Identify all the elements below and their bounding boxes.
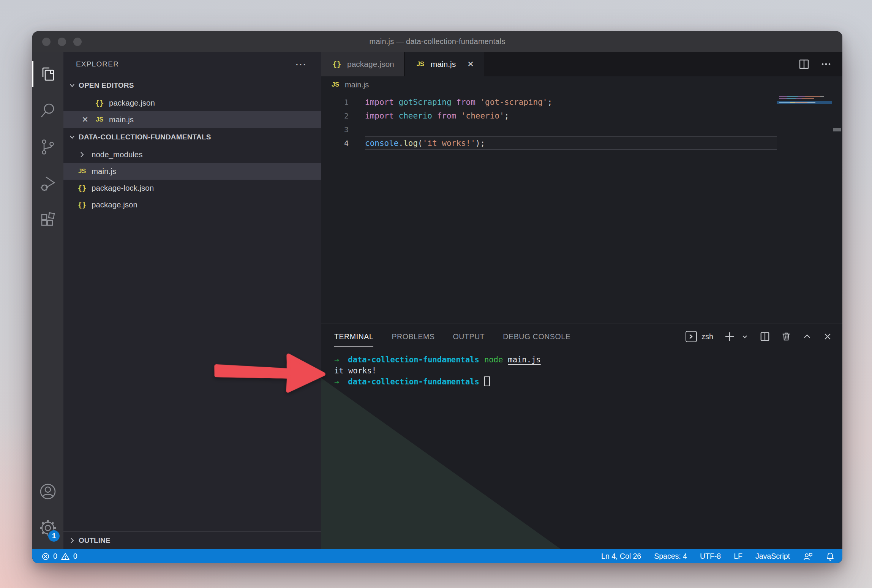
project-section-header[interactable]: DATA-COLLECTION-FUNDAMENTALS	[63, 128, 321, 146]
json-file-icon: {}	[76, 184, 88, 192]
json-file-icon: {}	[94, 99, 105, 107]
files-icon	[39, 65, 57, 83]
feedback-icon	[803, 552, 813, 561]
panel-tab-output[interactable]: OUTPUT	[453, 331, 485, 343]
feedback-button[interactable]	[803, 552, 813, 561]
editor-actions	[798, 52, 842, 76]
extensions-icon	[39, 211, 57, 229]
code-line-1: import gotScraping from 'got-scraping';	[365, 95, 777, 109]
minimap[interactable]	[777, 93, 832, 324]
panel-header: TERMINAL PROBLEMS OUTPUT DEBUG CONSOLE z…	[321, 324, 842, 349]
window-controls	[42, 31, 82, 52]
kill-terminal-button[interactable]	[781, 331, 791, 342]
activity-search[interactable]	[32, 92, 63, 129]
chevron-down-icon	[741, 332, 749, 341]
activity-settings[interactable]: 1	[32, 510, 63, 546]
minimap-line	[779, 98, 814, 99]
encoding[interactable]: UTF-8	[700, 552, 721, 561]
open-editor-item-package-json[interactable]: {} package.json	[63, 95, 321, 111]
activity-account[interactable]	[32, 473, 63, 510]
chevron-down-icon	[68, 133, 76, 141]
eol-sequence[interactable]: LF	[734, 552, 742, 561]
terminal-dropdown-button[interactable]	[741, 332, 749, 341]
tree-item-main-js[interactable]: JS main.js	[63, 163, 321, 180]
notifications-button[interactable]	[826, 552, 835, 561]
tab-main-js[interactable]: JS main.js ✕	[405, 52, 484, 76]
editor-scrollbar[interactable]	[832, 93, 842, 324]
line-numbers-gutter: 1 2 3 4	[321, 93, 365, 324]
split-terminal-button[interactable]	[760, 331, 770, 342]
minimap-current-line	[777, 101, 832, 104]
terminal-cursor	[484, 376, 490, 386]
minimap-line	[779, 96, 824, 97]
close-icon[interactable]: ✕	[467, 60, 474, 69]
activity-source-control[interactable]	[32, 129, 63, 165]
close-window-button[interactable]	[42, 38, 51, 46]
js-file-icon: JS	[415, 60, 426, 68]
settings-badge: 1	[47, 530, 60, 542]
outline-section-header[interactable]: OUTLINE	[63, 531, 321, 549]
panel-tab-debug-console[interactable]: DEBUG CONSOLE	[503, 331, 570, 343]
code-line-2: import cheerio from 'cheerio';	[365, 109, 777, 123]
scrollbar-cursor-marker	[833, 128, 841, 131]
open-editor-item-main-js[interactable]: ✕ JS main.js	[63, 111, 321, 128]
terminal-prompt-line: →data-collection-fundamentals	[334, 376, 842, 387]
run-debug-icon	[39, 175, 57, 192]
split-icon	[760, 331, 770, 342]
maximize-panel-button[interactable]	[802, 332, 812, 341]
activity-explorer[interactable]	[32, 56, 63, 92]
vscode-window: main.js — data-collection-fundamentals	[32, 31, 842, 563]
explorer-sidebar: EXPLORER ⋯ OPEN EDITORS {} package.json …	[63, 52, 321, 549]
js-file-icon: JS	[76, 168, 88, 175]
terminal-output[interactable]: →data-collection-fundamentalsnodemain.js…	[321, 349, 842, 387]
plus-icon	[724, 331, 735, 342]
tree-item-package-lock-json[interactable]: {} package-lock.json	[63, 180, 321, 196]
indentation[interactable]: Spaces: 4	[654, 552, 687, 561]
explorer-title: EXPLORER	[76, 60, 119, 68]
split-editor-icon[interactable]	[798, 58, 810, 70]
tab-package-json[interactable]: {} package.json	[321, 52, 405, 76]
titlebar[interactable]: main.js — data-collection-fundamentals	[32, 31, 842, 52]
desktop-background: main.js — data-collection-fundamentals	[0, 0, 872, 588]
breadcrumb: JS main.js	[321, 76, 842, 93]
json-file-icon: {}	[76, 201, 88, 209]
close-panel-button[interactable]	[823, 332, 833, 341]
new-terminal-button[interactable]	[724, 331, 735, 342]
error-icon	[41, 552, 50, 561]
code-editor[interactable]: 1 2 3 4 import gotScraping from 'got-scr…	[321, 93, 842, 324]
terminal-result-line: it works!	[334, 365, 842, 376]
explorer-more-actions-button[interactable]: ⋯	[295, 62, 307, 66]
more-actions-icon[interactable]	[820, 58, 832, 70]
shell-selector[interactable]: zsh	[686, 331, 713, 342]
tree-item-package-json[interactable]: {} package.json	[63, 196, 321, 213]
terminal-panel: TERMINAL PROBLEMS OUTPUT DEBUG CONSOLE z…	[321, 324, 842, 549]
explorer-header: EXPLORER ⋯	[63, 52, 321, 76]
code-line-4: console.log('it works!');	[365, 136, 777, 150]
minimize-window-button[interactable]	[58, 38, 66, 46]
close-icon[interactable]: ✕	[80, 115, 90, 124]
status-bar: 0 0 Ln 4, Col 26 Spaces: 4 UTF-8 LF Java…	[32, 549, 842, 563]
zoom-window-button[interactable]	[73, 38, 82, 46]
js-file-icon: JS	[330, 81, 341, 89]
close-icon	[823, 332, 833, 341]
activity-extensions[interactable]	[32, 202, 63, 238]
code-line-3	[365, 123, 777, 136]
chevron-right-icon	[76, 150, 88, 159]
tree-item-node-modules[interactable]: node_modules	[63, 146, 321, 163]
chevron-down-icon	[68, 81, 76, 90]
activity-bar: 1	[32, 52, 63, 549]
panel-tabs: TERMINAL PROBLEMS OUTPUT DEBUG CONSOLE	[334, 331, 570, 343]
panel-tab-terminal[interactable]: TERMINAL	[334, 331, 373, 343]
activity-run-debug[interactable]	[32, 165, 63, 202]
open-editors-section-header[interactable]: OPEN EDITORS	[63, 76, 321, 95]
editor-group: {} package.json JS main.js ✕	[321, 52, 842, 549]
problems-status[interactable]: 0 0	[41, 552, 77, 561]
code-area[interactable]: import gotScraping from 'got-scraping'; …	[365, 93, 777, 324]
panel-tab-problems[interactable]: PROBLEMS	[392, 331, 434, 343]
breadcrumb-file[interactable]: main.js	[345, 81, 369, 89]
language-mode[interactable]: JavaScript	[755, 552, 790, 561]
window-title: main.js — data-collection-fundamentals	[370, 37, 506, 46]
shell-label: zsh	[701, 332, 713, 341]
cursor-position[interactable]: Ln 4, Col 26	[601, 552, 641, 561]
search-icon	[39, 102, 57, 119]
